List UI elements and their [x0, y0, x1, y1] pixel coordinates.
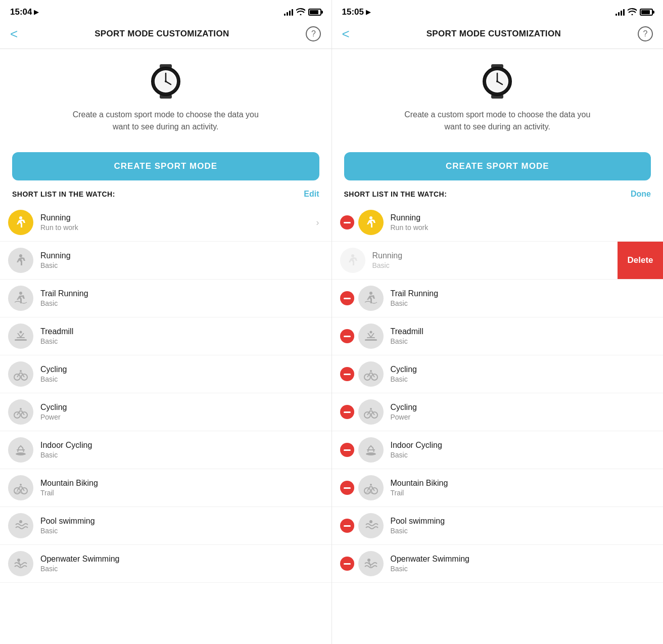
list-item-swiped[interactable]: Running Basic Delete: [332, 242, 664, 280]
list-item[interactable]: Running Run to work ›: [0, 204, 332, 242]
list-item[interactable]: Mountain Biking Trail: [0, 469, 332, 507]
item-sub: Basic: [391, 527, 445, 535]
list-item[interactable]: Pool swimming Basic: [0, 507, 332, 545]
create-sport-mode-button-1[interactable]: CREATE SPORT MODE: [12, 152, 319, 180]
list-item[interactable]: Cycling Basic: [0, 355, 332, 393]
item-name: Cycling: [391, 365, 417, 374]
sport-icon-treadmill: [8, 324, 33, 349]
svg-point-33: [369, 292, 372, 295]
swipe-delete-button[interactable]: Delete: [618, 242, 663, 279]
delete-minus-button[interactable]: [340, 443, 354, 457]
done-button-2[interactable]: Done: [631, 190, 651, 199]
list-item[interactable]: Cycling Basic: [332, 355, 664, 393]
item-sub: Trail: [40, 489, 98, 497]
screen-2: 15:05 ▶ < SPORT MODE CU: [332, 0, 664, 644]
item-name: Running: [40, 213, 78, 222]
item-name: Openwater Swimming: [40, 555, 120, 564]
item-sub: Basic: [40, 375, 67, 383]
edit-button-1[interactable]: Edit: [304, 190, 319, 199]
list-item[interactable]: Openwater Swimming Basic: [332, 545, 664, 583]
sport-icon-cycling-power: [8, 399, 33, 425]
item-sub: Basic: [40, 527, 95, 535]
sport-icon-mountain-biking-edit: [358, 475, 384, 500]
list-item[interactable]: Cycling Power: [0, 393, 332, 431]
nav-title-2: SPORT MODE CUSTOMIZATION: [427, 29, 561, 39]
item-name: Running: [391, 213, 429, 222]
delete-minus-button[interactable]: [340, 557, 354, 571]
item-sub: Power: [391, 413, 417, 421]
list-item[interactable]: Mountain Biking Trail: [332, 469, 664, 507]
item-sub: Basic: [391, 565, 470, 573]
delete-minus-button[interactable]: [340, 367, 354, 381]
item-name: Cycling: [40, 403, 67, 412]
item-name: Pool swimming: [391, 517, 445, 526]
short-list-title-2: SHORT LIST IN THE WATCH:: [344, 190, 447, 198]
list-item[interactable]: Running Run to work: [332, 204, 664, 242]
list-item[interactable]: Indoor Cycling Basic: [332, 431, 664, 469]
item-sub: Basic: [40, 299, 88, 307]
item-name: Trail Running: [40, 289, 88, 298]
list-item[interactable]: Trail Running Basic: [332, 280, 664, 317]
item-name: Running: [40, 251, 71, 260]
signal-icon-1: [284, 9, 293, 16]
sport-icon-running-basic-edit: [340, 248, 365, 273]
svg-point-22: [20, 484, 22, 486]
sport-icon-cycling-basic-edit: [358, 361, 384, 387]
delete-minus-button[interactable]: [340, 519, 354, 533]
sport-icon-trail-running: [8, 286, 33, 311]
back-button-1[interactable]: <: [10, 27, 18, 40]
item-sub: Basic: [372, 261, 403, 269]
item-sub: Trail: [391, 489, 448, 497]
item-name: Pool swimming: [40, 517, 95, 526]
item-name: Openwater Swimming: [391, 555, 470, 564]
list-container-1: Running Run to work › Running: [0, 204, 332, 644]
item-sub: Power: [40, 413, 67, 421]
short-list-header-2: SHORT LIST IN THE WATCH: Done: [332, 180, 664, 204]
svg-point-11: [20, 331, 22, 334]
watch-desc-2: Create a custom sport mode to choose the…: [401, 109, 593, 133]
list-item[interactable]: Openwater Swimming Basic: [0, 545, 332, 583]
svg-point-43: [366, 452, 376, 455]
list-item[interactable]: Running Basic: [0, 242, 332, 280]
item-name: Indoor Cycling: [391, 441, 442, 450]
item-sub: Basic: [391, 337, 423, 345]
list-item[interactable]: Treadmill Basic: [0, 317, 332, 355]
sport-icon-pool-swimming-edit: [358, 513, 384, 538]
sport-icon-pool-swimming: [8, 513, 33, 538]
list-item[interactable]: Treadmill Basic: [332, 317, 664, 355]
help-button-1[interactable]: ?: [306, 26, 321, 41]
sport-icon-openwater-swimming: [8, 551, 33, 576]
watch-section-2: Create a custom sport mode to choose the…: [332, 49, 664, 143]
item-sub: Run to work: [40, 223, 78, 232]
battery-icon-1: [308, 9, 321, 16]
back-button-2[interactable]: <: [342, 27, 350, 40]
svg-rect-9: [15, 339, 27, 341]
sport-icon-indoor-cycling-edit: [358, 437, 384, 463]
list-item[interactable]: Pool swimming Basic: [332, 507, 664, 545]
svg-point-18: [16, 452, 26, 455]
sport-icon-treadmill-edit: [358, 324, 384, 349]
create-sport-mode-button-2[interactable]: CREATE SPORT MODE: [344, 152, 651, 180]
status-time-2: 15:05 ▶: [342, 7, 370, 17]
help-button-2[interactable]: ?: [638, 26, 653, 41]
time-label-1: 15:04: [10, 7, 32, 17]
list-item[interactable]: Trail Running Basic: [0, 280, 332, 317]
svg-point-8: [19, 292, 22, 295]
delete-minus-button[interactable]: [340, 215, 354, 229]
delete-minus-button[interactable]: [340, 329, 354, 343]
svg-point-14: [20, 370, 22, 372]
item-name: Treadmill: [391, 327, 423, 336]
list-item[interactable]: Cycling Power: [332, 393, 664, 431]
delete-minus-button[interactable]: [340, 291, 354, 305]
nav-title-1: SPORT MODE CUSTOMIZATION: [94, 29, 229, 39]
delete-minus-button[interactable]: [340, 405, 354, 419]
status-icons-1: [284, 8, 321, 17]
item-name: Cycling: [40, 365, 67, 374]
item-name: Mountain Biking: [40, 479, 98, 488]
item-sub: Basic: [40, 337, 73, 345]
list-item[interactable]: Indoor Cycling Basic: [0, 431, 332, 469]
sport-icon-running-custom-edit: [358, 210, 384, 235]
sport-icon-trail-running-edit: [358, 286, 384, 311]
sport-icon-running-basic: [8, 248, 33, 273]
delete-minus-button[interactable]: [340, 481, 354, 495]
